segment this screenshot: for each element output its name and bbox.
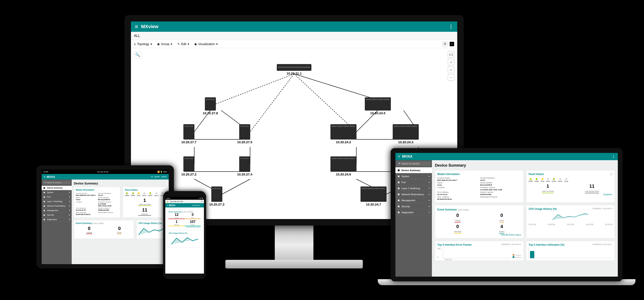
topology-node[interactable]: 10.20.27.4 <box>237 156 253 176</box>
search-icon: 🔍 <box>398 162 401 165</box>
panel-status-card: Panel Status ⛶ PWR2PWR1SFS1SFS2STATEFAUL… <box>526 170 615 202</box>
nav-icon: ▣ <box>398 211 400 214</box>
topology-node[interactable]: 10.20.27.8 <box>203 98 218 115</box>
svg-text:10.20.24.2: 10.20.24.2 <box>336 140 351 144</box>
svg-rect-54 <box>350 126 355 127</box>
svg-rect-77 <box>344 158 349 159</box>
refresh-icon[interactable]: ↻ <box>201 200 203 202</box>
svg-line-0 <box>216 74 294 104</box>
sidebar-item-security[interactable]: ▣Security▾ <box>42 213 72 217</box>
nav-icon: ▣ <box>398 181 400 184</box>
sidebar-item-network-redundancy[interactable]: ▣Network Redundancy▾ <box>42 204 72 208</box>
sidebar: 🔍 Search for function ▣Device Summary▣Sy… <box>396 160 432 276</box>
main-content: Device Summary Model Information Product… <box>432 160 618 276</box>
sidebar-item-security[interactable]: ▣Security▾ <box>396 203 432 210</box>
sidebar-item-device-summary[interactable]: ▣Device Summary <box>396 167 432 173</box>
svg-rect-94 <box>368 188 373 189</box>
svg-rect-69 <box>240 158 242 159</box>
nav-icon: ▣ <box>398 199 400 202</box>
moxa-logo: MOXA <box>47 175 55 178</box>
breadcrumb-all[interactable]: ALL <box>134 34 140 38</box>
topology-node[interactable]: 10.20.24.6 <box>330 156 356 176</box>
svg-rect-27 <box>206 99 208 100</box>
sidebar-search[interactable]: 🔍 Search for function <box>397 162 430 166</box>
svg-rect-42 <box>191 126 193 127</box>
tablet-sidebar: 🔍 Search for function ▣Device Summary▣Sy… <box>42 180 72 264</box>
svg-rect-70 <box>242 158 244 159</box>
utilization-card: Top 5 Interface Utilization (%) 2020/04/… <box>526 241 615 261</box>
monitor-base <box>226 260 363 268</box>
moxa-dashboard: ≡ MOXA ⋮ 🔍 Search for function ▣Device S… <box>396 153 618 276</box>
led-pwr1: PWR1 <box>131 192 135 196</box>
fullscreen-icon[interactable]: ⛶ <box>610 173 612 177</box>
chevron-down-icon: ▾ <box>216 42 218 46</box>
topology-node[interactable]: 10.20.24.2 <box>330 124 356 144</box>
view-events-link[interactable]: View All Event Logs ▸ <box>437 234 521 236</box>
topology-node[interactable]: 10.20.27.3 <box>209 186 224 206</box>
info-icon[interactable]: i <box>450 42 454 46</box>
svg-rect-36 <box>384 99 390 100</box>
visualization-menu[interactable]: ◉ Visualization ▾ <box>194 42 218 46</box>
group-menu[interactable]: ◉ Group ▾ <box>157 42 172 46</box>
led-fault: FAULT <box>558 178 562 182</box>
sidebar-item-system[interactable]: ▣System▾ <box>42 190 72 195</box>
led-state: STATE <box>552 178 556 182</box>
tablet: 15:00 10.144.41.22 📶 🔋 63% ≡ MOXA Hi , D… <box>36 165 174 268</box>
sidebar-item-device-summary[interactable]: ▣Device Summary <box>42 186 72 190</box>
svg-rect-66 <box>191 158 193 159</box>
moxa-logo: MOXA <box>402 154 412 158</box>
chevron-down-icon: ▾ <box>171 42 172 46</box>
svg-line-1 <box>250 74 294 132</box>
sidebar-item-layer-2-switching[interactable]: ▣Layer 2 Switching▾ <box>396 185 432 191</box>
tablet-app: 15:00 10.144.41.22 📶 🔋 63% ≡ MOXA Hi , D… <box>42 170 169 264</box>
list-view-icon[interactable]: ☰ <box>443 42 447 46</box>
topology-menu[interactable]: ⅄ Topology ▾ <box>134 42 152 46</box>
nav-icon: ▣ <box>398 187 400 190</box>
cpu-history-card: CPU Usage History (%) <box>136 220 166 239</box>
edit-menu[interactable]: ✎ Edit ▾ <box>177 42 189 46</box>
nav-icon: ▣ <box>43 191 45 194</box>
topology-node[interactable]: 10.20.24.7 <box>361 186 386 206</box>
sidebar-item-port[interactable]: ▣Port▾ <box>42 195 72 199</box>
hamburger-icon[interactable]: ≡ <box>135 24 138 30</box>
sidebar-item-network-redundancy[interactable]: ▣Network Redundancy▾ <box>396 191 432 197</box>
topology-node[interactable]: 10.20.21.1 <box>277 64 311 75</box>
svg-rect-48 <box>247 126 249 127</box>
laptop: ≡ MOXA ⋮ 🔍 Search for function ▣Device S… <box>391 148 622 281</box>
more-icon[interactable]: ⋮ <box>612 154 615 159</box>
svg-text:10.20.24.7: 10.20.24.7 <box>366 202 381 206</box>
expand-link[interactable]: Expand ▸ <box>528 193 612 196</box>
sidebar-item-port[interactable]: ▣Port▾ <box>396 179 432 185</box>
svg-rect-88 <box>215 188 216 189</box>
svg-rect-57 <box>394 126 399 127</box>
phone-app: 18:09◂ 4G ▮ 🔒 192.168.127.253 ↻ ≡ MOXA A… <box>165 197 204 274</box>
sidebar-search[interactable]: 🔍 Search for function <box>43 181 70 184</box>
lock-icon: 🔒 <box>166 200 169 202</box>
topology-node[interactable]: 10.20.24.3 <box>393 124 418 144</box>
sidebar-item-system[interactable]: ▣System▾ <box>396 173 432 179</box>
sidebar-item-management[interactable]: ▣Management▾ <box>396 197 432 203</box>
hamburger-icon[interactable]: ≡ <box>398 154 400 158</box>
svg-text:10.20.27.3: 10.20.27.3 <box>209 202 224 206</box>
more-icon[interactable]: ⋮ <box>449 24 454 30</box>
topology-node[interactable]: 10.20.24.5 <box>365 98 391 115</box>
hamburger-icon[interactable]: ≡ <box>44 175 46 178</box>
topology-node[interactable]: 10.20.27.2 <box>182 156 197 176</box>
svg-rect-71 <box>245 158 247 159</box>
svg-rect-87 <box>212 188 214 189</box>
svg-rect-64 <box>187 158 189 159</box>
sidebar-item-diagnostics[interactable]: ▣Diagnostics▾ <box>42 217 72 222</box>
svg-text:10.20.27.2: 10.20.27.2 <box>182 172 197 176</box>
phone-statusbar: 18:09◂ 4G ▮ <box>165 197 204 200</box>
led-state: STATE <box>148 192 153 196</box>
topology-node[interactable]: 10.20.27.7 <box>182 124 197 144</box>
topology-node[interactable]: 10.20.27.5 <box>237 124 252 144</box>
cpu-history-card: CPU Usage History (%) <box>167 231 202 248</box>
view-events-link[interactable]: View All Event Logs ▸ <box>168 226 201 228</box>
util-bar <box>530 251 534 258</box>
sidebar-item-layer-2-switching[interactable]: ▣Layer 2 Switching▾ <box>42 199 72 204</box>
phone-addressbar[interactable]: 🔒 192.168.127.253 ↻ <box>165 200 204 203</box>
sidebar-item-management[interactable]: ▣Management▾ <box>42 208 72 213</box>
hamburger-icon[interactable]: ≡ <box>167 204 168 206</box>
sidebar-item-diagnostics[interactable]: ▣Diagnostics▾ <box>396 210 432 216</box>
